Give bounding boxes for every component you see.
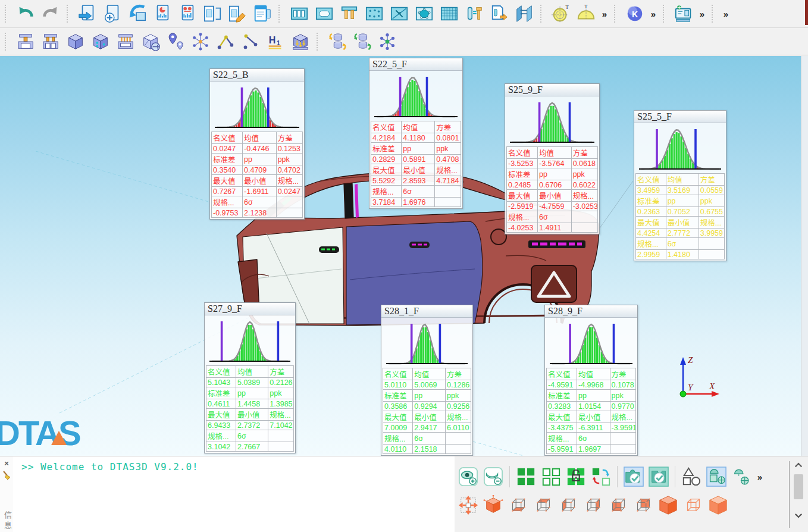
mesh-surface-button[interactable] — [438, 2, 461, 25]
cube-solid-full-icon — [658, 495, 678, 515]
cube-solid-full-button[interactable] — [657, 494, 679, 517]
tolerance-semicircle-button[interactable]: T — [575, 2, 597, 25]
overflow-chevron-icon[interactable]: » — [599, 9, 610, 19]
overflow-chevron-icon[interactable]: » — [696, 9, 708, 19]
location-pins-button[interactable] — [164, 30, 187, 53]
svg-text:H: H — [269, 34, 276, 45]
clamp-single-button[interactable] — [14, 30, 37, 53]
report-pie-button[interactable] — [151, 2, 174, 25]
cube-face-back-button[interactable] — [632, 494, 654, 517]
edit-document-button[interactable] — [226, 2, 249, 25]
stat-cell: 最大值 — [212, 175, 243, 187]
panel-title[interactable]: S27_9_F — [205, 303, 295, 315]
compare-documents-button[interactable] — [201, 2, 224, 25]
console-output[interactable]: >> Welcome to DTAS3D V9.2.0! — [13, 456, 455, 532]
toolbar-scrollbar-divider — [789, 461, 790, 528]
table-row: 规格...6σ — [212, 196, 303, 208]
measurement-panel-S25_5_F[interactable]: S25_5_F 名义值均值方差3.49593.51690.0559标准差pppp… — [634, 110, 726, 261]
panel-title[interactable]: S25_9_F — [505, 84, 599, 96]
report-histogram-button[interactable] — [176, 2, 199, 25]
overflow-chevron-icon[interactable]: » — [754, 472, 766, 482]
cube-dice-button[interactable] — [89, 30, 112, 53]
point-cloud-plane-button[interactable] — [363, 2, 386, 25]
measurement-panel-S22_5_F[interactable]: S22_5_F 名义值均值方差4.21844.11800.0801标准差pppp… — [369, 58, 463, 209]
measurement-panel-S25_9_F[interactable]: S25_9_F 名义值均值方差-3.5253-3.57640.0618标准差pp… — [505, 83, 600, 234]
load-cube-button[interactable] — [289, 30, 312, 53]
panel-title[interactable]: S22_5_F — [369, 58, 462, 71]
overflow-chevron-icon[interactable]: » — [720, 9, 732, 19]
measurement-panel-S28_1_F[interactable]: S28_1_F 名义值均值方差5.01105.00690.1286标准差pppp… — [381, 305, 473, 456]
panel-title[interactable]: S28_1_F — [381, 305, 472, 318]
squares-swap-button[interactable] — [590, 465, 612, 488]
cube-measure-button[interactable] — [139, 30, 162, 53]
atom-network-button[interactable] — [189, 30, 212, 53]
puzzle-check-left-button[interactable] — [622, 465, 645, 488]
new-document-button[interactable] — [101, 2, 124, 25]
stat-cell: 5.0110 — [383, 380, 413, 390]
kinematics-k-button[interactable]: K — [624, 2, 646, 25]
show-eye-plus-button[interactable] — [457, 465, 480, 488]
shapes-measure-active-button[interactable] — [705, 465, 728, 488]
rounded-slot-feature-button[interactable] — [313, 2, 336, 25]
star-network-button[interactable] — [376, 30, 399, 53]
panel-title[interactable]: S25_5_F — [634, 111, 726, 123]
parallel-planes-button[interactable] — [513, 2, 535, 25]
redo-icon — [40, 4, 61, 24]
spec-list-button[interactable] — [251, 2, 274, 25]
cube-face-left-button[interactable] — [557, 494, 580, 517]
squares-outline-button[interactable] — [540, 465, 562, 488]
tolerance-circle-button[interactable]: T — [550, 2, 572, 25]
scroll-up-icon[interactable] — [791, 459, 806, 472]
console-tab-info[interactable]: 信息 — [2, 511, 13, 531]
squares-lock-button[interactable] — [565, 465, 587, 488]
import-model-button[interactable] — [126, 2, 149, 25]
cmm-machine-button[interactable] — [672, 2, 695, 25]
vector-angle-yellow-button[interactable] — [214, 30, 237, 53]
measurement-panel-S22_5_B[interactable]: S22_5_B 名义值均值方差0.0247-0.47460.1253标准差ppp… — [209, 68, 305, 220]
measurement-panel-S28_9_F[interactable]: S28_9_F 名义值均值方差-4.9591-4.99680.1078标准差pp… — [544, 305, 638, 456]
shapes-outline-button[interactable] — [680, 465, 703, 488]
cube-solid-button[interactable] — [64, 30, 87, 53]
cube-solid-light-button[interactable] — [707, 494, 729, 517]
pin-document-button[interactable] — [488, 2, 511, 25]
move-view-button[interactable] — [457, 494, 480, 517]
vector-angle-blue-button[interactable] — [239, 30, 262, 53]
console-clear-broom-icon[interactable] — [2, 471, 11, 480]
cube-face-bottom-button[interactable] — [507, 494, 530, 517]
h1-datum-button[interactable]: H1 — [264, 30, 287, 53]
slot-feature-button[interactable] — [288, 2, 311, 25]
clamp-double-button[interactable] — [39, 30, 62, 53]
stat-cell: 规格... — [371, 186, 402, 198]
press-fixture-button[interactable] — [114, 30, 137, 53]
scrollbar-vertical[interactable] — [791, 459, 806, 530]
iso-cube-button[interactable] — [482, 494, 505, 517]
pin-bolt-assembly-button[interactable] — [463, 2, 486, 25]
hide-eye-minus-button[interactable] — [482, 465, 505, 488]
polygon-feature-button[interactable] — [413, 2, 436, 25]
cylinder-rotate-yellow-button[interactable] — [326, 30, 349, 53]
stat-cell: 名义值 — [507, 147, 538, 159]
cylinder-rotate-green-button[interactable] — [351, 30, 374, 53]
measurement-panel-S27_9_F[interactable]: S27_9_F 名义值均值方差5.10435.03890.2126标准差pppp… — [204, 302, 296, 453]
export-model-button[interactable] — [76, 2, 99, 25]
panel-title[interactable]: S28_9_F — [545, 305, 637, 318]
squares-filled-button[interactable] — [515, 465, 537, 488]
usl-limit-line — [439, 324, 441, 364]
undo-button[interactable] — [14, 2, 37, 25]
stat-cell: 0.4611 — [206, 399, 236, 409]
cube-face-top-button[interactable] — [532, 494, 555, 517]
puzzle-check-right-button[interactable] — [647, 465, 670, 488]
console-close-button[interactable]: × — [2, 459, 11, 468]
cube-face-front-button[interactable] — [607, 494, 630, 517]
scrollbar-thumb[interactable] — [794, 474, 803, 499]
panel-title[interactable]: S22_5_B — [210, 69, 304, 82]
cube-face-right-button[interactable] — [582, 494, 605, 517]
cube-wireframe-button[interactable] — [682, 494, 704, 517]
overflow-chevron-icon[interactable]: » — [647, 9, 659, 19]
vector-plane-button[interactable] — [388, 2, 411, 25]
viewport-3d[interactable]: Z Y X DTAS S22_5_B 名义值均值方差0.0247-0.47460… — [0, 56, 808, 456]
redo-button[interactable] — [39, 2, 62, 25]
dome-crosshair-button[interactable] — [730, 465, 753, 488]
pin-pair-feature-button[interactable] — [338, 2, 361, 25]
scroll-down-icon[interactable] — [791, 509, 806, 522]
